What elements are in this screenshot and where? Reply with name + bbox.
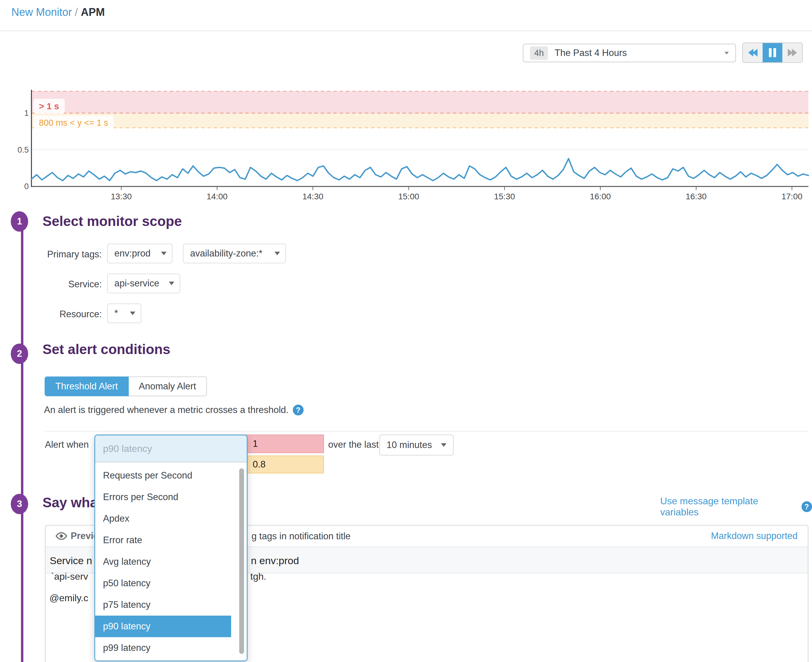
metric-dropdown-list: Requests per SecondErrors per SecondApde… [95, 463, 247, 659]
eye-icon [56, 532, 67, 540]
section-title-scope: Select monitor scope [42, 213, 182, 229]
help-icon[interactable]: ? [293, 405, 304, 415]
metric-option[interactable]: p99 latency [95, 637, 231, 659]
svg-text:15:00: 15:00 [398, 192, 419, 201]
metric-option[interactable]: Errors per Second [95, 486, 231, 508]
tab-anomaly-alert[interactable]: Anomaly Alert [129, 376, 207, 396]
warning-zone-label: 800 ms < y <= 1 s [34, 116, 114, 130]
resource-label: Resource: [42, 309, 102, 320]
markdown-supported-link[interactable]: Markdown supported [711, 530, 798, 541]
section-divider [44, 431, 809, 432]
svg-text:15:30: 15:30 [494, 192, 515, 201]
primary-tag-dropdown-env[interactable]: env:prod [107, 244, 172, 264]
step-3-badge: 3 [11, 494, 28, 514]
new-monitor-apm-page: New Monitor/APM 4h The Past 4 Hours 13:3… [0, 0, 812, 662]
dropdown-scrollbar[interactable] [239, 468, 244, 654]
chevron-down-icon [441, 443, 446, 447]
metric-dropdown: p90 latency Requests per SecondErrors pe… [94, 435, 248, 661]
preview-tab[interactable]: Previe [56, 530, 98, 541]
notification-title-option-fragment: g tags in notification title [251, 531, 351, 542]
metric-option[interactable]: Avg latency [95, 551, 231, 572]
svg-text:14:00: 14:00 [207, 192, 228, 201]
chevron-down-icon [161, 252, 166, 255]
resource-dropdown[interactable]: * [107, 304, 141, 323]
chevron-down-icon [275, 252, 280, 255]
svg-text:14:30: 14:30 [302, 192, 323, 201]
metric-option[interactable]: p90 latency [95, 615, 231, 637]
time-window-select[interactable]: 10 minutes [379, 435, 453, 455]
metric-option[interactable]: Requests per Second [95, 465, 231, 486]
latency-series-line [31, 159, 809, 181]
primary-tags-label: Primary tags: [42, 249, 102, 260]
service-label: Service: [42, 279, 102, 290]
metric-option[interactable]: Apdex [95, 508, 231, 529]
metric-search-input[interactable]: p90 latency [95, 435, 247, 463]
alert-type-tabs: Threshold Alert Anomaly Alert [45, 376, 207, 396]
section-title-alert: Set alert conditions [42, 341, 170, 357]
svg-text:17:00: 17:00 [781, 192, 802, 201]
svg-text:13:30: 13:30 [111, 192, 132, 201]
help-icon[interactable]: ? [802, 501, 812, 512]
step-rail [21, 227, 23, 662]
template-variables-link: Use message template variables ? [660, 496, 812, 518]
svg-text:0: 0 [24, 182, 29, 191]
metric-option[interactable]: Error rate [95, 529, 231, 551]
alert-description: An alert is triggered whenever a metric … [44, 405, 304, 415]
chevron-down-icon [169, 282, 174, 285]
tab-threshold-alert[interactable]: Threshold Alert [45, 376, 129, 396]
step-2-badge: 2 [11, 344, 28, 364]
svg-text:16:00: 16:00 [590, 192, 611, 201]
metric-option[interactable]: p75 latency [95, 594, 231, 615]
metric-option[interactable]: p50 latency [95, 572, 231, 594]
svg-text:1: 1 [24, 109, 29, 117]
alert-zone-fill [31, 91, 809, 113]
service-dropdown[interactable]: api-service [107, 273, 180, 293]
alert-zone-label: > 1 s [34, 99, 65, 114]
svg-text:0.5: 0.5 [18, 145, 29, 154]
warning-zone-fill [31, 113, 809, 128]
section-title-message: Say wha [42, 495, 98, 511]
chevron-down-icon [130, 312, 135, 315]
alert-when-label: Alert when [45, 439, 88, 450]
svg-text:16:30: 16:30 [686, 192, 707, 201]
over-the-last-label: over the last [328, 439, 379, 450]
latency-chart-svg: 13:3014:0014:3015:0015:3016:0016:3017:00… [0, 0, 812, 209]
step-1-badge: 1 [11, 211, 28, 231]
primary-tag-dropdown-az[interactable]: availability-zone:* [183, 244, 286, 264]
